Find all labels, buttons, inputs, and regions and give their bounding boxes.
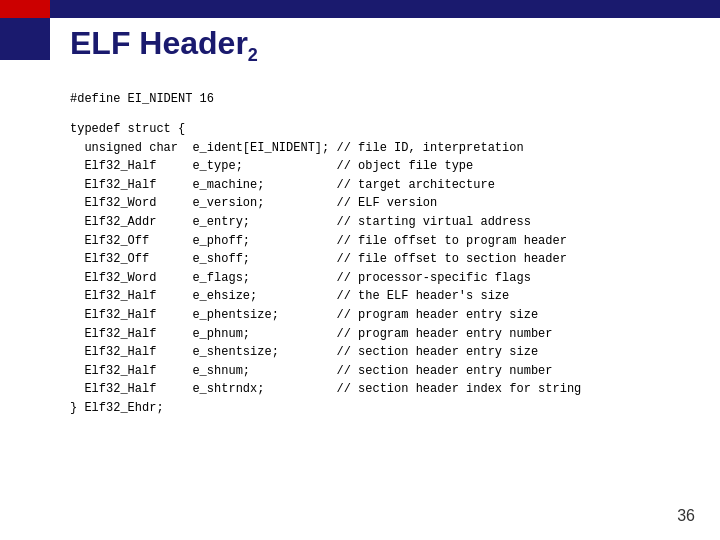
code-line: Elf32_Half e_ehsize; // the ELF header's… xyxy=(70,287,700,306)
code-line: Elf32_Half e_phnum; // program header en… xyxy=(70,325,700,344)
title-text: ELF Header xyxy=(70,25,248,61)
define-text: #define EI_NIDENT 16 xyxy=(70,92,214,106)
accent-blue-block xyxy=(0,18,50,60)
top-header-bar xyxy=(0,0,720,18)
code-line: Elf32_Off e_shoff; // file offset to sec… xyxy=(70,250,700,269)
code-line: } Elf32_Ehdr; xyxy=(70,399,700,418)
code-line: Elf32_Half e_machine; // target architec… xyxy=(70,176,700,195)
page-title: ELF Header2 xyxy=(70,25,258,66)
code-line: Elf32_Off e_phoff; // file offset to pro… xyxy=(70,232,700,251)
code-line: Elf32_Half e_phentsize; // program heade… xyxy=(70,306,700,325)
code-line: Elf32_Addr e_entry; // starting virtual … xyxy=(70,213,700,232)
code-line: Elf32_Word e_version; // ELF version xyxy=(70,194,700,213)
define-statement: #define EI_NIDENT 16 xyxy=(70,90,700,108)
code-line: Elf32_Half e_shnum; // section header en… xyxy=(70,362,700,381)
page-number: 36 xyxy=(677,507,695,525)
code-line: Elf32_Half e_type; // object file type xyxy=(70,157,700,176)
code-line: Elf32_Half e_shtrndx; // section header … xyxy=(70,380,700,399)
code-line: typedef struct { xyxy=(70,120,700,139)
code-line: Elf32_Half e_shentsize; // section heade… xyxy=(70,343,700,362)
code-line: Elf32_Word e_flags; // processor-specifi… xyxy=(70,269,700,288)
title-subscript: 2 xyxy=(248,45,258,65)
code-block: typedef struct { unsigned char e_ident[E… xyxy=(70,120,700,418)
code-line: unsigned char e_ident[EI_NIDENT]; // fil… xyxy=(70,139,700,158)
content-area: #define EI_NIDENT 16 typedef struct { un… xyxy=(70,90,700,500)
